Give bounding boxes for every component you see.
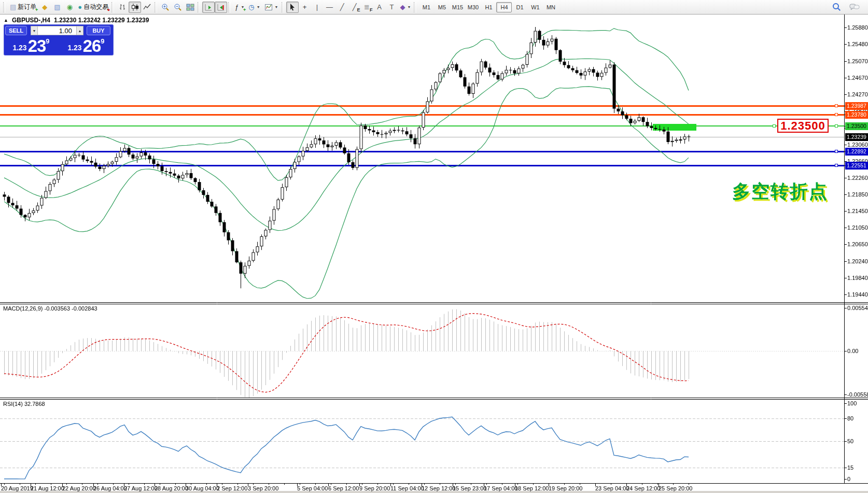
timeframe-button-d1[interactable]: D1 (512, 2, 527, 12)
rsi-axis-label: 15 (847, 464, 853, 471)
timeframe-button-m15[interactable]: M15 (450, 2, 465, 12)
bar-chart-icon[interactable] (116, 2, 129, 13)
fibonacci-icon[interactable]: ≣F (361, 2, 373, 13)
turning-point-annotation[interactable]: 多空转折点 (732, 179, 828, 204)
volume-input[interactable] (38, 26, 76, 35)
market-watch-icon[interactable]: ◉ (63, 2, 76, 13)
candlestick-chart-icon[interactable] (129, 2, 141, 13)
time-axis-label: 15 Sep 23:00 (453, 485, 486, 491)
pivot-line[interactable] (0, 125, 844, 126)
macd-axis-label: -0.005583 (847, 391, 868, 398)
zoom-out-icon[interactable] (172, 2, 184, 13)
line-chart-icon[interactable] (141, 2, 153, 13)
time-axis-label: 26 Aug 04:00 (93, 485, 127, 491)
periods-icon[interactable]: ◷▼ (246, 2, 262, 13)
indicators-icon[interactable]: ƒ+▼ (233, 2, 246, 13)
price-axis-label: 1.24270 (847, 91, 868, 97)
price-axis-label: 1.20650 (847, 241, 868, 247)
price-alert-label[interactable]: 1.23500 (777, 119, 829, 133)
line-anchor-node[interactable] (835, 164, 838, 167)
timeframe-button-h1[interactable]: H1 (481, 2, 496, 12)
text-label-icon[interactable]: T (386, 2, 398, 13)
timeframe-button-h4[interactable]: H4 (496, 2, 512, 12)
price-axis-label: 1.21050 (847, 224, 868, 231)
support-line-1[interactable] (0, 151, 844, 152)
rsi-axis-label: 50 (847, 438, 853, 444)
resistance-line-1[interactable] (0, 105, 844, 107)
buy-price[interactable]: 1.23269 (60, 37, 113, 54)
rsi-axis-label: 0 (847, 476, 850, 482)
time-axis-label: 23 Sep 04:00 (595, 485, 629, 491)
price-axis-label: 1.23060 (847, 142, 868, 148)
price-badge: 1.23239 (845, 133, 868, 141)
new-order-icon[interactable]: ▤+新订单 (8, 2, 38, 13)
sell-button[interactable]: SELL (5, 26, 27, 35)
text-icon[interactable]: A (373, 2, 386, 13)
buy-button[interactable]: BUY (87, 26, 110, 35)
mt4-window: { "colors": { "orange_line": "#ff4500", … (0, 0, 868, 493)
time-axis-label: 27 Aug 12:00 (124, 485, 158, 491)
highlighter-icon[interactable]: ◆ (38, 2, 51, 13)
time-axis-label: 2 Sep 12:00 (217, 485, 247, 491)
highlight-zone[interactable] (653, 124, 696, 131)
price-badge: 1.23987 (845, 102, 868, 110)
time-axis-label: 21 Aug 12:00 (31, 485, 64, 491)
tile-windows-icon[interactable] (184, 2, 197, 13)
time-axis-label: 28 Aug 20:00 (155, 485, 188, 491)
time-axis-label: 19 Sep 20:00 (549, 485, 582, 491)
line-anchor-node[interactable] (835, 124, 838, 128)
price-axis-label: 1.21450 (847, 208, 868, 214)
toolbar-grip (155, 2, 157, 12)
rsi-axis-label: 80 (847, 415, 853, 421)
ohlc-values: 1.23230 1.23242 1.23229 1.23239 (54, 17, 149, 24)
timeframe-button-w1[interactable]: W1 (527, 2, 543, 12)
chart-area (0, 15, 868, 491)
equidistant-channel-icon[interactable]: ╱E (348, 2, 361, 13)
search-icon[interactable] (830, 2, 843, 13)
timeframe-button-m5[interactable]: M5 (434, 2, 450, 12)
toolbar-grip (111, 2, 114, 12)
trendline-icon[interactable]: ╱ (336, 2, 348, 13)
timeframe-button-m30[interactable]: M30 (465, 2, 481, 12)
time-axis-label: 11 Sep 04:00 (390, 485, 424, 491)
volume-increase-button[interactable]: ▲ (76, 26, 83, 35)
resistance-line-2[interactable] (0, 114, 844, 116)
auto-trading-icon[interactable]: ●●自动交易 (76, 2, 110, 13)
auto-scroll-icon[interactable] (202, 2, 215, 13)
time-axis-label: 20 Aug 2019 (1, 485, 33, 491)
price-axis-label: 1.19440 (847, 291, 868, 298)
toolbar-grip (414, 2, 416, 12)
templates-icon[interactable]: ▼ (262, 2, 281, 13)
zoom-in-icon[interactable] (159, 2, 172, 13)
current-price-line[interactable] (0, 137, 844, 137)
timeframe-button-mn[interactable]: MN (543, 2, 558, 12)
timeframe-button-m1[interactable]: M1 (418, 2, 434, 12)
arrows-icon[interactable]: ◆▼ (398, 2, 413, 13)
price-badge: 1.23780 (845, 111, 868, 119)
sell-price[interactable]: 1.23239 (5, 37, 58, 54)
macd-label: MACD(12,26,9) -0.003563 -0.002843 (3, 305, 97, 312)
chat-icon[interactable] (847, 2, 862, 13)
line-anchor-node[interactable] (835, 150, 838, 153)
line-anchor-node[interactable] (835, 104, 838, 107)
crosshair-icon[interactable]: + (299, 2, 311, 13)
one-click-trading-panel[interactable]: SELL ▼ ▲ BUY 1.23239 1.23269 (4, 24, 114, 55)
time-axis-label: 17 Sep 04:00 (484, 485, 517, 491)
collapse-icon[interactable]: ▲ (4, 18, 8, 23)
support-line-2[interactable] (0, 165, 844, 166)
time-axis-label: 18 Sep 12:00 (515, 485, 549, 491)
macd-axis-label: 0.00 (847, 348, 858, 354)
cursor-icon[interactable] (286, 2, 299, 13)
price-axis-label: 1.20240 (847, 258, 868, 264)
time-axis-label: 24 Sep 12:00 (626, 485, 660, 491)
price-axis-label: 1.19840 (847, 275, 868, 281)
horizontal-line-icon[interactable]: — (324, 2, 336, 13)
chart-shift-icon[interactable] (215, 2, 227, 13)
data-window-icon[interactable]: ▧ (51, 2, 63, 13)
line-anchor-node[interactable] (835, 113, 838, 116)
vertical-line-icon[interactable]: | (311, 2, 324, 13)
volume-decrease-button[interactable]: ▼ (31, 26, 38, 35)
symbol-period: GBPUSD-,H4 (12, 17, 50, 24)
toolbar-grip (228, 2, 231, 12)
line-anchor-node[interactable] (773, 124, 776, 128)
